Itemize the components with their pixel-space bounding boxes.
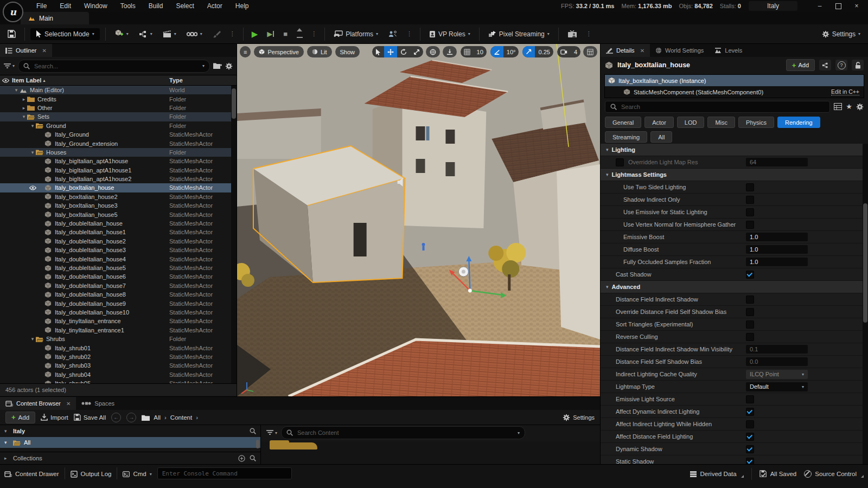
menu-item[interactable]: Build xyxy=(142,1,170,11)
filter-chip[interactable]: General xyxy=(605,117,641,128)
expander-arrow-icon[interactable] xyxy=(29,336,36,342)
outliner-row[interactable]: Italy_boxItalian_house2 StaticMeshActor xyxy=(0,192,237,201)
menu-item[interactable]: Help xyxy=(229,1,256,11)
filter-chip[interactable]: Rendering xyxy=(777,117,820,128)
property-row[interactable]: Lighting ▾ xyxy=(601,144,863,156)
expander-arrow-icon[interactable] xyxy=(29,150,36,155)
number-field[interactable]: 1.0 xyxy=(746,245,808,254)
checkbox[interactable] xyxy=(746,420,754,428)
outliner-row[interactable]: Italy_Ground StaticMeshActor xyxy=(0,130,237,139)
menu-item[interactable]: Select xyxy=(169,1,200,11)
unreal-logo-icon[interactable]: u xyxy=(3,2,23,22)
help-button[interactable]: ? xyxy=(835,60,847,70)
outliner-row[interactable]: Other Folder xyxy=(0,104,237,112)
source-control-button[interactable]: Source Control xyxy=(804,467,864,480)
property-row[interactable]: Use Emissive for Static Lighting ▾ xyxy=(601,206,863,219)
property-row[interactable]: Lightmap Type Default Default▾ xyxy=(601,381,863,393)
outliner-row[interactable]: Main (Editor) World xyxy=(0,86,237,94)
maximize-button[interactable] xyxy=(829,1,847,11)
checkbox[interactable] xyxy=(746,196,754,204)
world-space-toggle[interactable] xyxy=(426,46,440,57)
cinematics-button[interactable]: ▾ xyxy=(159,29,180,40)
number-field[interactable]: 1.0 xyxy=(746,233,808,241)
back-button[interactable]: ← xyxy=(111,413,121,422)
property-row[interactable]: Use Two Sided Lighting ▾ xyxy=(601,181,863,194)
outliner-row[interactable]: Italy_doubleItalian_house5 StaticMeshAct… xyxy=(0,264,237,272)
rotation-snap-toggle[interactable] xyxy=(490,46,503,57)
tab-outliner[interactable]: Outliner✕ xyxy=(0,44,52,57)
stop-button[interactable]: ■ xyxy=(280,30,290,38)
select-tool[interactable] xyxy=(372,46,384,57)
filter-button[interactable]: ▾ xyxy=(4,63,15,69)
outliner-row[interactable]: Italy_doubleItalian_house7 StaticMeshAct… xyxy=(0,281,237,290)
level-viewport[interactable]: ≡ Perspective Lit Show 10 xyxy=(237,44,600,396)
property-row[interactable]: Distance Field Indirect Shadow ▾ xyxy=(601,293,863,306)
property-row[interactable]: Lightmass Settings ▾ xyxy=(601,169,863,181)
breadcrumb-all[interactable]: All xyxy=(154,414,161,421)
property-row[interactable]: Affect Distance Field Lighting ▾ xyxy=(601,431,863,443)
property-row[interactable]: Sort Triangles (Experimental) ▾ xyxy=(601,318,863,331)
expander-arrow-icon[interactable] xyxy=(21,114,27,119)
menu-item[interactable]: Actor xyxy=(201,1,229,11)
property-row[interactable]: Overridden Light Map Res 64 64▾ xyxy=(601,156,863,169)
tab-content-browser[interactable]: Content Browser✕ xyxy=(0,397,76,410)
outliner-row[interactable]: Italy_doubleItalian_house10 StaticMeshAc… xyxy=(0,308,237,317)
collections-row[interactable]: ▸Collections xyxy=(0,452,260,464)
cb-save-all-button[interactable]: Save All xyxy=(74,414,106,421)
blueprints-button[interactable]: ▾ xyxy=(136,29,156,40)
outliner-row[interactable]: Italy_shrub02 StaticMeshActor xyxy=(0,352,237,361)
cb-search-chevron[interactable]: ▾ xyxy=(518,431,520,435)
save-button[interactable] xyxy=(4,28,19,40)
blueprint-convert-button[interactable] xyxy=(819,60,831,70)
outliner-row[interactable]: Italy_doubleItalian_house1 StaticMeshAct… xyxy=(0,228,237,236)
outliner-row[interactable]: Italy_doubleItalian_house8 StaticMeshAct… xyxy=(0,290,237,299)
outliner-search[interactable]: ▾ xyxy=(18,60,210,73)
tab-main-level[interactable]: Main xyxy=(21,12,89,24)
checkbox[interactable] xyxy=(746,221,754,229)
number-field[interactable]: 0.0 xyxy=(746,357,808,366)
outliner-row[interactable]: Credits Folder xyxy=(0,94,237,103)
filter-chip[interactable]: Actor xyxy=(644,117,674,128)
selection-mode-dropdown[interactable]: Selection Mode▾ xyxy=(30,28,100,40)
property-row[interactable]: Emissive Light Source ▾ xyxy=(601,393,863,406)
tab-spaces[interactable]: Spaces xyxy=(76,397,120,410)
property-row[interactable]: Reverse Culling ▾ xyxy=(601,331,863,343)
component-row-staticmesh[interactable]: StaticMeshComponent (StaticMeshComponent… xyxy=(605,86,864,98)
checkbox[interactable] xyxy=(746,333,754,341)
checkbox[interactable] xyxy=(746,208,754,216)
close-button[interactable]: × xyxy=(847,1,866,11)
checkbox[interactable] xyxy=(746,408,754,416)
add-collection-icon[interactable] xyxy=(238,455,245,462)
search-options-chevron[interactable]: ▾ xyxy=(202,63,205,68)
platforms-dropdown[interactable]: Platforms▾ xyxy=(330,29,381,40)
source-all-row[interactable]: ▾ All xyxy=(0,437,260,448)
cb-add-button[interactable]: +Add xyxy=(5,412,35,423)
outliner-row[interactable]: Italy_doubleItalian_house StaticMeshActo… xyxy=(0,219,237,228)
outliner-row[interactable]: Houses Folder xyxy=(0,148,237,157)
scale-snap-toggle[interactable] xyxy=(522,46,535,57)
pixel-streaming-dropdown[interactable]: Pixel Streaming▾ xyxy=(485,29,553,40)
add-component-button[interactable]: +Add xyxy=(786,59,815,71)
search-input[interactable] xyxy=(33,62,199,70)
outliner-row[interactable]: Italy_shrub05 StaticMeshActor xyxy=(0,379,237,383)
property-row[interactable]: Shadow Indirect Only ▾ xyxy=(601,194,863,206)
checkbox[interactable] xyxy=(746,445,754,453)
viewport-menu-button[interactable]: ≡ xyxy=(240,46,251,57)
outliner-row[interactable]: Shrubs Folder xyxy=(0,335,237,343)
expander-arrow-icon[interactable] xyxy=(21,105,27,111)
property-row[interactable]: Dynamic Shadow ▾ xyxy=(601,443,863,455)
grid-snap-toggle[interactable] xyxy=(461,46,474,57)
play-button[interactable]: ▶ xyxy=(249,29,261,39)
number-field[interactable]: 0.1 xyxy=(746,345,808,354)
checkbox[interactable] xyxy=(746,308,754,316)
filter-chip[interactable]: Physics xyxy=(738,117,774,128)
checkbox[interactable] xyxy=(746,458,754,465)
outliner-header-row[interactable]: Item Label ▴ Type xyxy=(0,75,237,86)
filter-chip[interactable]: Misc xyxy=(707,117,735,128)
outliner-row[interactable]: Italy_shrub01 StaticMeshActor xyxy=(0,343,237,352)
broadcast-button[interactable] xyxy=(564,29,580,40)
menu-item[interactable]: Edit xyxy=(53,1,78,11)
outliner-row[interactable]: Italy_Ground_extension StaticMeshActor xyxy=(0,139,237,147)
component-row-instance[interactable]: Italy_boxItalian_house (Instance) xyxy=(605,75,864,86)
editor-settings-dropdown[interactable]: Settings▾ xyxy=(819,29,864,40)
